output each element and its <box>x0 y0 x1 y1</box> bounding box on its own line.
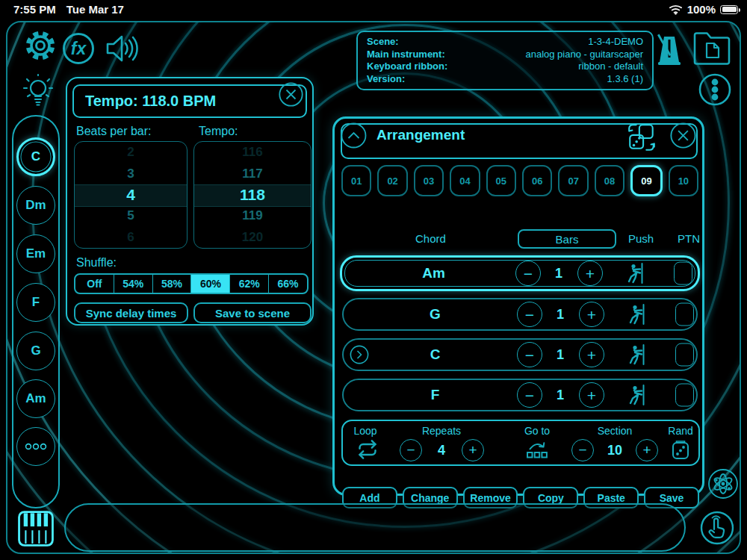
shuffle-option-60-selected[interactable]: 60% <box>190 275 229 293</box>
sync-delay-times-button[interactable]: Sync delay times <box>74 302 188 323</box>
chord-button-label: Em <box>26 246 46 261</box>
shuffle-option-off[interactable]: Off <box>75 275 114 293</box>
bars-decrement-button[interactable]: − <box>517 382 542 408</box>
randomize-arrangement-dice-button[interactable] <box>626 122 657 153</box>
ptn-checkbox[interactable] <box>675 303 694 326</box>
push-toggle-icon[interactable] <box>626 385 645 405</box>
ptn-checkbox[interactable] <box>675 343 694 367</box>
chord-button-g[interactable]: G <box>16 332 55 370</box>
lightbulb-icon[interactable] <box>19 73 57 112</box>
bars-increment-button[interactable]: + <box>579 302 604 327</box>
metronome-icon[interactable] <box>654 31 686 68</box>
chord-row-f[interactable]: F − 1 + <box>342 379 698 411</box>
column-header-ptn: PTN <box>678 232 700 245</box>
bars-value: 1 <box>542 299 578 329</box>
ptn-checkbox[interactable] <box>675 384 694 407</box>
beats-per-bar-picker[interactable]: 2 3 4 5 6 <box>74 141 187 249</box>
status-time: 7:55 PM <box>13 3 56 16</box>
bars-decrement-button[interactable]: − <box>517 302 542 327</box>
section-decrement-button[interactable]: − <box>571 439 594 461</box>
section-button-07[interactable]: 07 <box>558 165 588 196</box>
wifi-icon <box>669 4 683 15</box>
chord-label: C <box>374 340 497 370</box>
section-button-05[interactable]: 05 <box>486 165 516 196</box>
shuffle-option-58[interactable]: 58% <box>152 275 191 293</box>
close-icon <box>279 82 303 107</box>
tempo-label: Tempo: <box>199 125 238 138</box>
more-menu-button[interactable] <box>698 72 732 107</box>
tempo-picker[interactable]: 116 117 118 119 120 <box>193 141 311 249</box>
chord-row-c[interactable]: C − 1 + <box>342 338 698 371</box>
chord-row-g[interactable]: G − 1 + <box>342 298 698 331</box>
chord-label: G <box>374 299 497 329</box>
bars-increment-button[interactable]: + <box>579 342 604 367</box>
shuffle-label: Shuffle: <box>76 256 117 270</box>
shuffle-option-66[interactable]: 66% <box>268 275 307 293</box>
load-save-folder-icon[interactable] <box>690 29 734 66</box>
push-toggle-icon[interactable] <box>626 304 645 325</box>
chord-button-label: Dm <box>25 198 46 213</box>
chord-row-am[interactable]: Am − 1 + <box>340 255 700 291</box>
dice-swap-icon <box>626 122 657 153</box>
section-increment-button[interactable]: + <box>636 439 658 461</box>
section-button-02[interactable]: 02 <box>377 165 407 196</box>
picker-option: 117 <box>194 163 311 184</box>
app-frame: fx Scene:1-3-4-DEMO Main instrument:anal… <box>6 21 741 554</box>
instrument-label: Main instrument: <box>367 49 445 60</box>
chord-button-label: G <box>31 343 40 358</box>
section-button-04[interactable]: 04 <box>450 165 480 196</box>
loop-repeat-icon <box>357 439 378 460</box>
tempo-title: Tempo: 118.0 BPM <box>85 93 216 110</box>
volume-speaker-icon[interactable] <box>105 33 140 64</box>
chord-button-am[interactable]: Am <box>16 379 55 418</box>
tempo-close-button[interactable] <box>279 82 303 107</box>
bars-increment-button[interactable]: + <box>579 382 604 408</box>
scene-info-box[interactable]: Scene:1-3-4-DEMO Main instrument:analog … <box>356 31 654 90</box>
section-button-08[interactable]: 08 <box>595 165 624 196</box>
keyboard-toggle-button[interactable] <box>16 509 55 548</box>
scene-label: Scene: <box>367 36 399 48</box>
ribbon-value: ribbon - default <box>578 60 643 72</box>
section-button-03[interactable]: 03 <box>414 165 444 196</box>
repeats-value: 4 <box>438 443 445 458</box>
playhead-chevron-right-icon[interactable] <box>350 345 369 364</box>
bars-increment-button[interactable]: + <box>577 261 603 286</box>
loop-toggle-button[interactable] <box>357 439 378 460</box>
more-chords-button[interactable] <box>16 427 55 466</box>
atom-icon[interactable] <box>707 467 740 500</box>
bars-decrement-button[interactable]: − <box>517 342 542 367</box>
shuffle-option-62[interactable]: 62% <box>229 275 268 293</box>
tempo-panel: Tempo: 118.0 BPM Beats per bar: Tempo: 2… <box>66 77 314 326</box>
arrangement-close-button[interactable] <box>670 122 695 147</box>
section-button-06[interactable]: 06 <box>522 165 552 196</box>
collapse-chevron-up-button[interactable] <box>341 122 367 149</box>
column-header-bars-button[interactable]: Bars <box>518 229 616 249</box>
settings-gear-icon[interactable] <box>22 28 58 63</box>
chord-button-c[interactable]: C <box>16 137 55 176</box>
bars-decrement-button[interactable]: − <box>515 261 541 286</box>
chord-button-em[interactable]: Em <box>16 234 55 273</box>
close-icon <box>670 122 696 149</box>
repeats-decrement-button[interactable]: − <box>400 439 422 461</box>
repeats-increment-button[interactable]: + <box>462 439 484 461</box>
arrangement-panel: Arrangement 01 02 <box>332 116 704 496</box>
push-toggle-icon[interactable] <box>626 344 645 365</box>
keyboard-ribbon-strip[interactable] <box>64 503 686 552</box>
section-label: Section <box>598 425 633 437</box>
ptn-checkbox[interactable] <box>674 262 692 285</box>
section-button-09-selected[interactable]: 09 <box>630 165 662 196</box>
scene-value: 1-3-4-DEMO <box>588 36 643 48</box>
section-button-01[interactable]: 01 <box>341 165 371 196</box>
fx-button[interactable]: fx <box>63 33 94 64</box>
push-toggle-icon[interactable] <box>624 263 644 284</box>
chord-button-f[interactable]: F <box>16 283 55 322</box>
touch-mode-button[interactable] <box>699 510 735 546</box>
picker-option-selected: 4 <box>75 184 187 205</box>
random-section-dice-button[interactable] <box>671 439 691 461</box>
shuffle-option-54[interactable]: 54% <box>114 275 152 293</box>
save-to-scene-button[interactable]: Save to scene <box>193 302 311 323</box>
section-button-10[interactable]: 10 <box>669 165 698 196</box>
goto-label: Go to <box>524 425 550 437</box>
chord-button-dm[interactable]: Dm <box>16 186 55 225</box>
goto-section-button[interactable] <box>525 439 549 459</box>
